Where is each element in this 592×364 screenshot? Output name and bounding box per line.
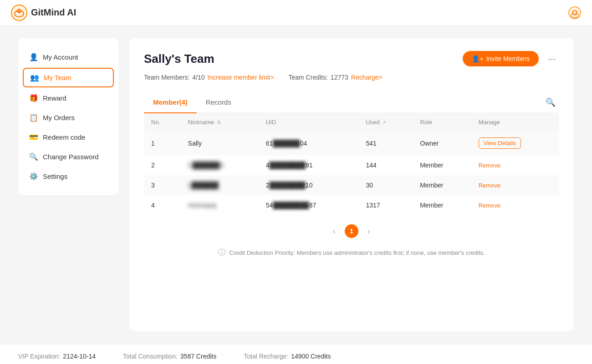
table-row: 2 C██████S 4████████91 144 Member Remove	[144, 155, 559, 175]
cell-role: Owner	[413, 131, 471, 155]
header-settings-icon[interactable]	[568, 6, 581, 19]
redeem-icon: 💳	[29, 133, 38, 142]
sidebar-item-my-orders[interactable]: 📋 My Orders	[18, 108, 118, 127]
cell-used: 541	[358, 131, 413, 155]
remove-button[interactable]: Remove	[479, 202, 500, 209]
logo: GitMind AI	[11, 5, 76, 21]
members-count: 4/10	[192, 74, 204, 81]
sidebar-item-my-account[interactable]: 👤 My Account	[18, 47, 118, 67]
cell-manage: View Details	[471, 131, 559, 155]
recharge-value: 14900 Credits	[291, 353, 331, 360]
table-row: 1 Sally 61██████04 541 Owner View Detail…	[144, 131, 559, 155]
uid-prefix: 2	[266, 182, 270, 189]
col-uid: UID	[259, 113, 359, 131]
sort-icon: ⇅	[217, 120, 221, 125]
reward-icon: 🎁	[29, 94, 38, 102]
uid-prefix: 54	[266, 202, 273, 209]
sidebar-item-label: My Orders	[43, 114, 75, 121]
remove-button[interactable]: Remove	[479, 162, 500, 169]
cell-manage: Remove	[471, 155, 559, 175]
team-members-meta: Team Members: 4/10 Increase member limit…	[144, 74, 274, 81]
uid-suffix: 10	[306, 182, 313, 189]
info-icon: ⓘ	[218, 248, 225, 258]
orders-icon: 📋	[29, 113, 38, 122]
uid-prefix: 61	[266, 140, 273, 147]
sidebar-item-redeem-code[interactable]: 💳 Redeem code	[18, 127, 118, 147]
prev-page-button[interactable]: ‹	[329, 225, 339, 238]
table-row: 3 L██████ 2████████10 30 Member Remove	[144, 175, 559, 195]
team-header: Sally's Team 👤+ Invite Members ···	[144, 51, 559, 66]
sidebar-item-settings[interactable]: ⚙️ Settings	[18, 167, 118, 186]
password-icon: 🔍	[29, 152, 38, 161]
cell-no: 2	[144, 155, 181, 175]
invite-members-button[interactable]: 👤+ Invite Members	[463, 51, 539, 66]
sidebar-item-label: Redeem code	[43, 133, 85, 141]
content-tabs: Member(4) Records 🔍	[144, 92, 559, 113]
members-table: No. Nickname ⇅ UID Used ↗ Role Manage 1 …	[144, 113, 559, 215]
nickname-blurred: C██████S	[188, 162, 224, 169]
credits-value: 12773	[331, 74, 348, 81]
next-page-button[interactable]: ›	[364, 225, 374, 238]
cell-uid: 61██████04	[259, 131, 359, 155]
nickname-blurred: memoquq	[188, 202, 216, 209]
remove-button[interactable]: Remove	[479, 182, 500, 189]
search-icon: 🔍	[546, 98, 556, 107]
cell-no: 1	[144, 131, 181, 155]
sidebar-item-my-team[interactable]: 👥 My Team	[23, 68, 114, 87]
tab-member[interactable]: Member(4)	[144, 92, 197, 113]
total-consumption: Total Consumption: 3587 Credits	[123, 353, 216, 360]
cell-role: Member	[413, 175, 471, 195]
cell-no: 4	[144, 195, 181, 215]
team-content: Sally's Team 👤+ Invite Members ··· Team …	[129, 38, 574, 331]
svg-point-4	[569, 7, 581, 19]
col-no: No.	[144, 113, 181, 131]
vip-label: VIP Expiration:	[18, 353, 60, 360]
uid-suffix: 87	[309, 202, 316, 209]
increase-member-link[interactable]: Increase member limit>	[208, 74, 274, 81]
cell-nickname: C██████S	[181, 155, 259, 175]
cell-role: Member	[413, 155, 471, 175]
tab-records-label: Records	[206, 98, 231, 106]
consumption-label: Total Consumption:	[123, 353, 178, 360]
cell-nickname: L██████	[181, 175, 259, 195]
invite-btn-label: Invite Members	[486, 55, 530, 62]
sidebar-item-change-password[interactable]: 🔍 Change Password	[18, 147, 118, 167]
recharge-label: Total Recharge:	[244, 353, 288, 360]
tab-records[interactable]: Records	[197, 92, 240, 113]
cell-manage: Remove	[471, 175, 559, 195]
team-icon: 👥	[30, 73, 39, 82]
vip-value: 2124-10-14	[63, 353, 96, 360]
pagination: ‹ 1 ›	[144, 215, 559, 243]
more-options-button[interactable]: ···	[544, 52, 559, 66]
settings-icon: ⚙️	[29, 172, 38, 181]
cell-used: 144	[358, 155, 413, 175]
uid-blur: ██████	[273, 140, 300, 147]
current-page[interactable]: 1	[345, 224, 358, 238]
used-sort-icon: ↗	[382, 120, 386, 125]
invite-icon: 👤+	[472, 55, 483, 62]
cell-uid: 54████████87	[259, 195, 359, 215]
cell-used: 1317	[358, 195, 413, 215]
team-title: Sally's Team	[144, 52, 214, 66]
uid-blur: ████████	[269, 162, 305, 169]
vip-expiration: VIP Expiration: 2124-10-14	[18, 353, 96, 360]
col-nickname[interactable]: Nickname ⇅	[181, 113, 259, 131]
col-role: Role	[413, 113, 471, 131]
cell-nickname: memoquq	[181, 195, 259, 215]
uid-suffix: 04	[300, 140, 307, 147]
col-used[interactable]: Used ↗	[358, 113, 413, 131]
team-header-actions: 👤+ Invite Members ···	[463, 51, 559, 66]
team-meta: Team Members: 4/10 Increase member limit…	[144, 74, 559, 81]
cell-uid: 4████████91	[259, 155, 359, 175]
recharge-link[interactable]: Recharge>	[351, 74, 383, 81]
app-header: GitMind AI	[0, 0, 592, 25]
uid-prefix: 4	[266, 162, 270, 169]
sidebar-item-label: My Team	[44, 74, 71, 81]
team-credits-meta: Team Credits: 12773 Recharge>	[289, 74, 383, 81]
cell-role: Member	[413, 195, 471, 215]
cell-no: 3	[144, 175, 181, 195]
app-name: GitMind AI	[31, 7, 76, 18]
sidebar-item-reward[interactable]: 🎁 Reward	[18, 88, 118, 108]
table-search-button[interactable]: 🔍	[542, 94, 559, 111]
view-details-button[interactable]: View Details	[479, 137, 521, 149]
